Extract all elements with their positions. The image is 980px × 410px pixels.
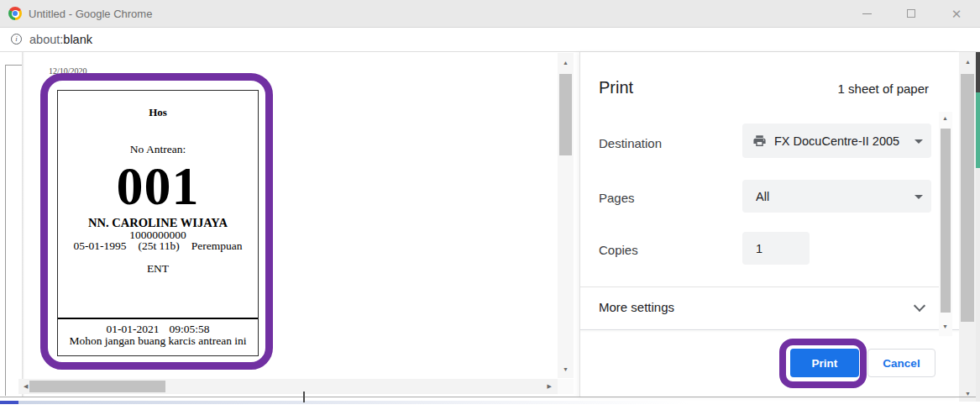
printer-icon (752, 134, 767, 148)
copies-input[interactable] (742, 232, 810, 265)
window-title: Untitled - Google Chrome (29, 8, 152, 20)
minimize-button[interactable] (850, 0, 883, 27)
background-window-edge-gray (976, 168, 980, 402)
scroll-up-icon[interactable]: ▲ (942, 115, 948, 121)
maximize-button[interactable] (894, 0, 928, 27)
dropdown-arrow-icon (914, 139, 923, 144)
background-window-edge-dark (976, 52, 980, 92)
preview-vertical-scrollbar-thumb[interactable] (559, 74, 572, 155)
copies-label: Copies (599, 243, 638, 257)
page-frame-line-top (5, 65, 24, 66)
minimize-icon (862, 13, 872, 14)
close-icon: ✕ (951, 8, 962, 20)
print-preview-pane: 12/10/2020 Hos No Antrean: 001 NN. CAROL… (0, 52, 579, 397)
scroll-up-icon[interactable]: ▲ (965, 59, 971, 65)
info-icon[interactable]: i (11, 34, 22, 45)
window-vertical-scrollbar[interactable]: ▲ ▼ (959, 52, 976, 402)
scroll-left-icon[interactable]: ◀ (24, 383, 28, 389)
destination-value: FX DocuCentre-II 2005 (774, 134, 899, 148)
background-window-strip (18, 401, 690, 404)
background-accent-line (0, 401, 18, 404)
scroll-down-icon[interactable]: ▼ (942, 323, 948, 329)
scroll-up-icon[interactable]: ▲ (563, 60, 569, 66)
scroll-down-icon[interactable]: ▼ (965, 391, 971, 397)
preview-horizontal-scrollbar[interactable]: ◀ ▶ (18, 379, 558, 394)
annotation-highlight-ticket (40, 73, 273, 370)
url-path: blank (63, 33, 92, 46)
cancel-button[interactable]: Cancel (867, 349, 935, 377)
dialog-scrollbar[interactable]: ▲ ▼ (939, 112, 952, 336)
print-dialog: Print 1 sheet of paper Destination FX Do… (579, 52, 959, 397)
page-frame-line (5, 65, 6, 396)
scrollbar-corner (558, 379, 574, 394)
destination-select[interactable]: FX DocuCentre-II 2005 (742, 124, 931, 158)
annotation-highlight-print-button (779, 339, 867, 388)
maximize-icon (907, 9, 915, 18)
chrome-window: Untitled - Google Chrome ✕ i about:blank… (0, 0, 980, 410)
dropdown-arrow-icon (914, 195, 923, 199)
scroll-down-icon[interactable]: ▼ (563, 366, 569, 372)
url-text: about:blank (29, 33, 92, 46)
window-bottom-border (0, 397, 976, 397)
address-bar: i about:blank (0, 29, 980, 52)
preview-vertical-scrollbar[interactable]: ▲ ▼ (558, 53, 574, 378)
pages-select[interactable]: All (742, 180, 931, 213)
close-button[interactable]: ✕ (940, 0, 973, 27)
chrome-icon (8, 7, 22, 20)
footer-divider (580, 329, 960, 330)
title-bar: Untitled - Google Chrome ✕ (0, 0, 980, 28)
page-edge-shadow (22, 52, 24, 397)
pages-label: Pages (599, 191, 635, 205)
dialog-scrollbar-thumb[interactable] (941, 129, 951, 313)
window-scrollbar-thumb[interactable] (961, 74, 974, 322)
background-window-edge-teal (976, 92, 980, 168)
preview-horizontal-scrollbar-thumb[interactable] (29, 381, 165, 392)
more-settings-label: More settings (599, 300, 674, 314)
sheet-count: 1 sheet of paper (838, 81, 929, 96)
url-scheme: about: (29, 33, 63, 46)
background-window-tick (303, 392, 305, 402)
dialog-title: Print (599, 78, 633, 97)
scroll-right-icon[interactable]: ▶ (548, 383, 552, 389)
destination-label: Destination (599, 136, 662, 150)
pages-value: All (756, 190, 769, 203)
